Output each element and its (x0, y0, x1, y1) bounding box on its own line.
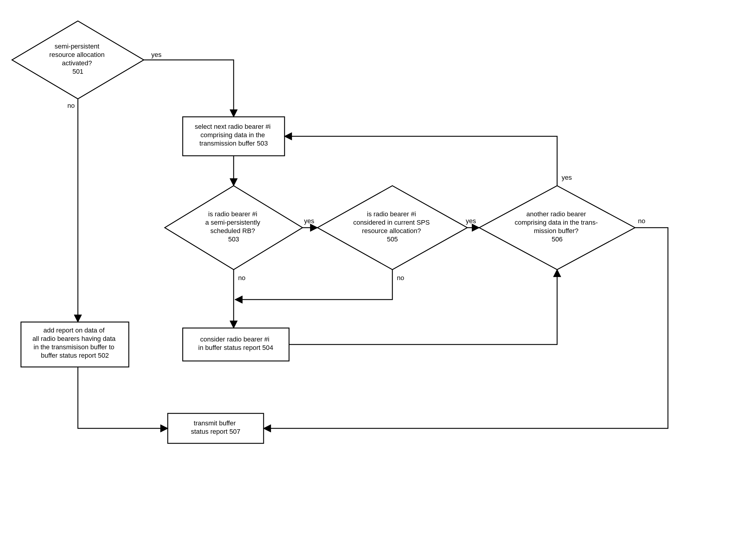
edge-506-no-label: no (638, 217, 645, 225)
edge-505-no (235, 270, 392, 299)
node-502-line0: add report on data of (43, 326, 105, 334)
node-504-line1: in buffer status report 504 (198, 344, 273, 351)
node-506-line0: another radio bearer (526, 210, 586, 218)
node-505-line2: resource allocation? (362, 227, 421, 235)
node-503p-line2: transmission buffer 503 (199, 140, 268, 147)
node-503d-line0: is radio bearer #i (208, 210, 257, 218)
svg-text:select next radio bearer #i
  : select next radio bearer #i comprising d… (195, 123, 272, 147)
node-503d-line3: 503 (228, 236, 239, 243)
node-506-line2: mission buffer? (534, 227, 579, 235)
node-507-line1: status report 507 (191, 428, 240, 435)
edge-501-yes (144, 60, 234, 117)
flowchart-svg: semi-persistent resource allocation acti… (0, 0, 756, 541)
node-507: transmit buffer status report 507 (168, 413, 263, 443)
node-507-line0: transmit buffer (194, 419, 236, 427)
edge-506-no (263, 228, 668, 428)
node-503-decision: is radio bearer #i a semi-persistently s… (165, 186, 302, 270)
node-502-line3: buffer status report 502 (41, 352, 109, 359)
node-504: consider radio bearer #i in buffer statu… (183, 328, 289, 361)
node-506-line3: 506 (552, 236, 563, 243)
edge-504-506 (289, 270, 557, 344)
edge-505-yes-label: yes (466, 217, 476, 225)
node-501-line1: resource allocation (49, 51, 105, 58)
edge-506-yes (284, 136, 557, 186)
node-505-line1: considered in current SPS (353, 219, 430, 226)
edge-503d-no-label: no (238, 274, 245, 281)
node-501-line0: semi-persistent (55, 43, 99, 50)
node-501: semi-persistent resource allocation acti… (12, 21, 144, 99)
node-504-line0: consider radio bearer #i (200, 335, 269, 343)
node-503p-line0: select next radio bearer #i (195, 123, 270, 130)
edge-501-yes-label: yes (151, 51, 162, 58)
node-501-line2: activated? (62, 59, 92, 67)
node-506: another radio bearer comprising data in … (479, 186, 635, 270)
node-505-line3: 505 (387, 236, 398, 243)
edge-501-no-label: no (67, 102, 75, 109)
node-503d-line2: scheduled RB? (210, 227, 255, 235)
node-505-line0: is radio bearer #i (367, 210, 416, 218)
node-505: is radio bearer #i considered in current… (317, 186, 467, 270)
node-502-line2: in the transmisison buffer to (34, 343, 115, 351)
node-503d-line1: a semi-persistently (205, 219, 260, 226)
node-502-line1: all radio bearers having data (32, 335, 116, 342)
edge-505-no-label: no (397, 274, 404, 281)
node-501-line3: 501 (73, 68, 84, 75)
edge-506-yes-label: yes (562, 174, 572, 181)
node-503-select: select next radio bearer #i comprising d… (183, 117, 284, 156)
edge-503d-yes-label: yes (304, 217, 314, 225)
node-506-line1: comprising data in the trans- (515, 219, 598, 226)
node-502: add report on data of all radio bearers … (21, 322, 129, 367)
node-503p-line1: comprising data in the (200, 131, 265, 139)
edge-502-507 (78, 367, 168, 428)
